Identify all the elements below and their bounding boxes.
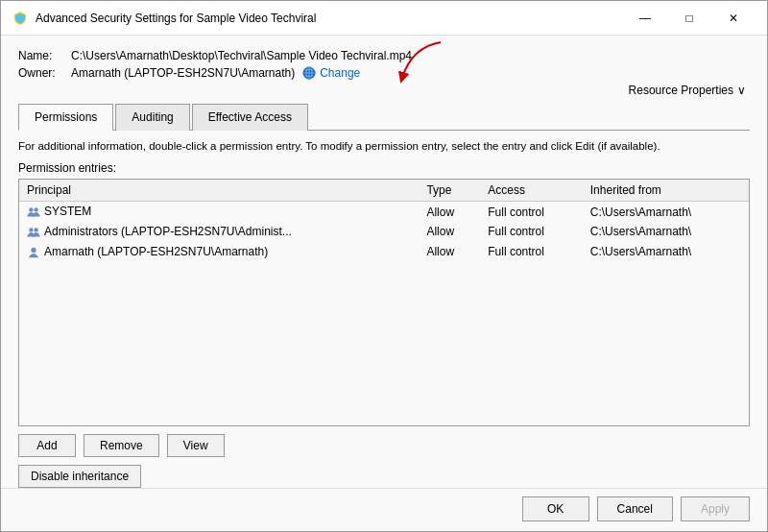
tab-permissions[interactable]: Permissions <box>18 104 113 131</box>
owner-value: Amarnath (LAPTOP-ESH2SN7U\Amarnath) <box>71 66 295 80</box>
ok-button[interactable]: OK <box>522 496 589 521</box>
resource-properties-button[interactable]: Resource Properties ∨ <box>629 84 746 97</box>
close-button[interactable]: ✕ <box>711 5 756 32</box>
cell-type: Allow <box>419 242 480 262</box>
info-text: For additional information, double-click… <box>18 138 750 154</box>
user-icon <box>27 246 40 259</box>
apply-button[interactable]: Apply <box>681 496 750 521</box>
table-row[interactable]: Amarnath (LAPTOP-ESH2SN7U\Amarnath)Allow… <box>19 242 749 262</box>
cell-access: Full control <box>480 242 583 262</box>
users-icon <box>27 206 40 219</box>
principal-name: SYSTEM <box>44 205 91 218</box>
col-type: Type <box>419 180 480 202</box>
table-row[interactable]: SYSTEMAllowFull controlC:\Users\Amarnath… <box>19 202 749 222</box>
cell-type: Allow <box>419 202 480 222</box>
disable-inheritance-row: Disable inheritance <box>18 465 750 488</box>
cell-inherited-from: C:\Users\Amarnath\ <box>583 222 749 242</box>
chevron-down-icon: ∨ <box>737 84 746 97</box>
resource-properties-row: Resource Properties ∨ <box>18 84 750 97</box>
tab-effective-access[interactable]: Effective Access <box>192 104 308 131</box>
col-inherited-from: Inherited from <box>583 180 749 202</box>
cell-principal: SYSTEM <box>19 202 419 222</box>
cell-type: Allow <box>419 222 480 242</box>
maximize-button[interactable]: □ <box>667 5 711 32</box>
permissions-table-container: Principal Type Access Inherited from SYS… <box>18 179 750 426</box>
title-bar: Advanced Security Settings for Sample Vi… <box>1 1 767 36</box>
window-icon <box>12 11 28 26</box>
remove-button[interactable]: Remove <box>84 434 159 457</box>
view-button[interactable]: View <box>167 434 225 457</box>
resource-properties-label: Resource Properties <box>629 84 733 97</box>
owner-row: Owner: Amarnath (LAPTOP-ESH2SN7U\Amarnat… <box>18 66 750 80</box>
footer: OK Cancel Apply <box>1 488 767 531</box>
cell-access: Full control <box>480 202 583 222</box>
principal-name: Amarnath (LAPTOP-ESH2SN7U\Amarnath) <box>44 245 268 258</box>
cell-access: Full control <box>480 222 583 242</box>
minimize-button[interactable]: — <box>623 5 667 32</box>
cell-principal: Administrators (LAPTOP-ESH2SN7U\Administ… <box>19 222 419 242</box>
svg-point-7 <box>34 207 37 211</box>
table-header-row: Principal Type Access Inherited from <box>19 180 749 202</box>
disable-inheritance-button[interactable]: Disable inheritance <box>18 465 141 488</box>
cell-inherited-from: C:\Users\Amarnath\ <box>583 202 749 222</box>
content-area: Name: C:\Users\Amarnath\Desktop\Techvira… <box>1 36 767 488</box>
users-icon <box>27 226 40 239</box>
tabs-container: Permissions Auditing Effective Access <box>18 103 750 131</box>
cell-inherited-from: C:\Users\Amarnath\ <box>583 242 749 262</box>
svg-point-6 <box>29 207 33 211</box>
cancel-button[interactable]: Cancel <box>597 496 673 521</box>
permission-entries-label: Permission entries: <box>18 161 750 175</box>
col-principal: Principal <box>19 180 419 202</box>
cell-principal: Amarnath (LAPTOP-ESH2SN7U\Amarnath) <box>19 242 419 262</box>
main-window: Advanced Security Settings for Sample Vi… <box>0 0 768 532</box>
red-arrow-annotation <box>383 37 450 85</box>
owner-label: Owner: <box>18 66 71 80</box>
action-buttons-row: Add Remove View <box>18 434 750 457</box>
svg-point-10 <box>31 247 36 252</box>
permissions-table: Principal Type Access Inherited from SYS… <box>19 180 749 261</box>
name-label: Name: <box>18 49 71 62</box>
add-button[interactable]: Add <box>18 434 76 457</box>
svg-point-9 <box>34 228 37 231</box>
name-value: C:\Users\Amarnath\Desktop\Techviral\Samp… <box>71 49 412 62</box>
change-link[interactable]: Change <box>320 66 360 80</box>
principal-name: Administrators (LAPTOP-ESH2SN7U\Administ… <box>44 225 292 238</box>
table-row[interactable]: Administrators (LAPTOP-ESH2SN7U\Administ… <box>19 222 749 242</box>
col-access: Access <box>480 180 583 202</box>
globe-icon <box>302 66 316 80</box>
title-controls: — □ ✕ <box>623 5 756 32</box>
svg-point-8 <box>29 228 33 231</box>
window-title: Advanced Security Settings for Sample Vi… <box>36 12 316 25</box>
tab-auditing[interactable]: Auditing <box>115 104 189 131</box>
